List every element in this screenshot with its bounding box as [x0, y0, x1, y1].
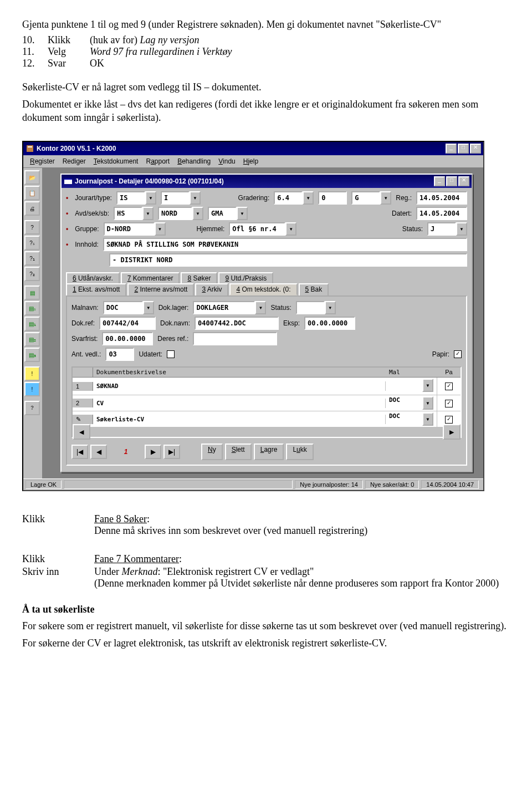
tab-om-tekstdok[interactable]: 4 Om tekstdok. (0:: [229, 283, 297, 295]
tab-soker[interactable]: 8 Søker: [181, 272, 217, 283]
tool-note-yellow-icon[interactable]: !: [24, 366, 40, 381]
row1-mal-dropdown[interactable]: ▼: [422, 379, 433, 392]
menu-rediger[interactable]: Rediger: [59, 156, 89, 166]
tab-interne[interactable]: 2 Interne avs/mott: [127, 283, 194, 295]
doc-row-3[interactable]: ✎ Søkerliste-CV DOC▼ ✓: [73, 411, 461, 427]
eksp-field[interactable]: 00.00.0000: [304, 317, 355, 330]
papir-checkbox[interactable]: ✓: [454, 350, 462, 358]
menu-vindu[interactable]: Vindu: [215, 156, 238, 166]
tool-question-2-icon[interactable]: ?₂: [24, 267, 40, 281]
row2-mal-dropdown[interactable]: ▼: [422, 396, 433, 410]
tab-utd-praksis[interactable]: 9 Utd./Praksis: [218, 272, 273, 283]
jourart1-field[interactable]: IS: [116, 191, 145, 205]
tab-utlan[interactable]: 6 Utlån/avskr.: [66, 272, 120, 283]
svarfrist-field[interactable]: 00.00.0000: [102, 332, 153, 345]
tab-row-lower: 1 Ekst. avs/mott 2 Interne avs/mott 3 Ar…: [66, 283, 467, 295]
row3-mal-dropdown[interactable]: ▼: [422, 412, 433, 426]
menu-behandling[interactable]: Behandling: [174, 156, 214, 166]
nav-last-button[interactable]: ▶|: [163, 445, 180, 459]
scroll-left-icon[interactable]: ◀: [73, 424, 90, 440]
child-close-button[interactable]: ✕: [458, 176, 469, 186]
status2-dropdown[interactable]: ▼: [325, 301, 336, 314]
doklager-field[interactable]: DOKLAGER: [193, 301, 255, 314]
nav-first-button[interactable]: |◀: [71, 445, 88, 459]
reg-field[interactable]: 14.05.2004: [416, 191, 467, 205]
hjemmel-dropdown[interactable]: ▼: [285, 222, 296, 236]
gruppe-dropdown[interactable]: ▼: [155, 222, 166, 236]
lukk-button[interactable]: Lukk: [286, 444, 313, 460]
doklager-dropdown[interactable]: ▼: [255, 301, 266, 314]
innhold2-field[interactable]: - DISTRIKT NORD: [109, 253, 467, 267]
doc-row-2[interactable]: 2 CV DOC▼ ✓: [73, 395, 461, 411]
tool-question-icon[interactable]: ?: [24, 220, 40, 235]
step-rest-em: Word 97 fra rullegardinen i Verktøy: [90, 46, 232, 57]
row2-pa-checkbox[interactable]: ✓: [445, 400, 453, 407]
jourart2-field[interactable]: I: [161, 191, 190, 205]
innhold1-field[interactable]: SØKNAD PÅ STILLING SOM PRØVEKANIN: [103, 238, 467, 251]
menu-tekstdokument[interactable]: Tekstdokument: [90, 156, 142, 166]
slett-button[interactable]: Slett: [225, 444, 252, 460]
minimize-button[interactable]: _: [446, 144, 457, 154]
status-dropdown[interactable]: ▼: [456, 222, 467, 236]
ny-button[interactable]: Ny: [201, 444, 223, 460]
avd3-field[interactable]: GMA: [208, 207, 237, 220]
tool-form-s-icon[interactable]: ▤ₛ: [24, 301, 40, 315]
dokref-field[interactable]: 007442/04: [99, 317, 156, 330]
tool-form-3-icon[interactable]: ▤₃: [24, 348, 40, 362]
datert-field[interactable]: 14.05.2004: [416, 207, 467, 220]
status2-field[interactable]: [296, 301, 325, 314]
tab-bak[interactable]: 5 Bak: [299, 283, 329, 295]
malnavn-field[interactable]: DOC: [103, 301, 143, 314]
grad3-dropdown[interactable]: ▼: [380, 191, 391, 205]
nav-prev-button[interactable]: ◀: [90, 445, 107, 459]
grad1-dropdown[interactable]: ▼: [303, 191, 314, 205]
tool-help-icon[interactable]: ？: [24, 401, 40, 415]
status-field[interactable]: J: [427, 222, 456, 236]
tool-note-blue-icon[interactable]: !: [24, 382, 40, 396]
tool-form-2-icon[interactable]: ▤₂: [24, 332, 40, 346]
tool-question-1-icon[interactable]: ?₁: [24, 251, 40, 266]
nav-next-button[interactable]: ▶: [145, 445, 161, 459]
grad2-field[interactable]: 0: [318, 191, 347, 205]
jourart1-dropdown[interactable]: ▼: [145, 191, 156, 205]
hjemmel-field[interactable]: Ofl §6 nr.4: [229, 222, 285, 236]
doknavn-field[interactable]: 04007442.DOC: [195, 317, 279, 330]
row3-pa-checkbox[interactable]: ✓: [445, 416, 453, 424]
antvedl-field[interactable]: 03: [105, 348, 134, 361]
child-maximize-button[interactable]: □: [446, 176, 457, 186]
tab-ekst-avs[interactable]: 1 Ekst. avs/mott: [66, 283, 126, 295]
malnavn-dropdown[interactable]: ▼: [143, 301, 154, 314]
row1-pa-checkbox[interactable]: ✓: [445, 383, 453, 390]
lagre-button[interactable]: Lagre: [254, 444, 284, 460]
avd3-dropdown[interactable]: ▼: [237, 207, 248, 220]
menu-hjelp[interactable]: Hjelp: [240, 156, 262, 166]
tool-print-icon[interactable]: 🖨: [24, 201, 40, 216]
maximize-button[interactable]: □: [458, 144, 469, 154]
tool-form-icon[interactable]: ▤: [24, 286, 40, 300]
tool-question-s-icon[interactable]: ?ₛ: [24, 236, 40, 250]
tool-form-1-icon[interactable]: ▤₁: [24, 317, 40, 331]
udatert-checkbox[interactable]: [167, 350, 175, 358]
jourart2-dropdown[interactable]: ▼: [190, 191, 201, 205]
deresref-field[interactable]: [193, 332, 277, 345]
step-num: 11.: [22, 46, 39, 58]
menu-rapport[interactable]: Rapport: [142, 156, 173, 166]
grad1-field[interactable]: 6.4: [274, 191, 303, 205]
scroll-right-icon[interactable]: ▶: [443, 424, 461, 440]
doc-row-1[interactable]: 1 SØKNAD ▼ ✓: [73, 378, 461, 395]
tab-arkiv[interactable]: 3 Arkiv: [195, 283, 228, 295]
doc-scrollbar[interactable]: ◀ ▶: [73, 427, 461, 437]
fane7-link: Fane 7 Kommentarer: [94, 553, 179, 564]
avd1-field[interactable]: HS: [114, 207, 142, 220]
gruppe-field[interactable]: D-NORD: [104, 222, 155, 236]
tool-open-icon[interactable]: 📂: [24, 170, 40, 185]
avd2-dropdown[interactable]: ▼: [192, 207, 203, 220]
child-minimize-button[interactable]: _: [434, 176, 445, 186]
avd1-dropdown[interactable]: ▼: [142, 207, 154, 220]
close-button[interactable]: ✕: [470, 144, 481, 154]
tab-kommentarer[interactable]: 7 Kommentarer: [121, 272, 180, 283]
menu-register[interactable]: RRegisteregister: [27, 156, 58, 166]
grad3-field[interactable]: G: [351, 191, 380, 205]
tool-list-icon[interactable]: 📋: [24, 186, 40, 200]
avd2-field[interactable]: NORD: [158, 207, 192, 220]
